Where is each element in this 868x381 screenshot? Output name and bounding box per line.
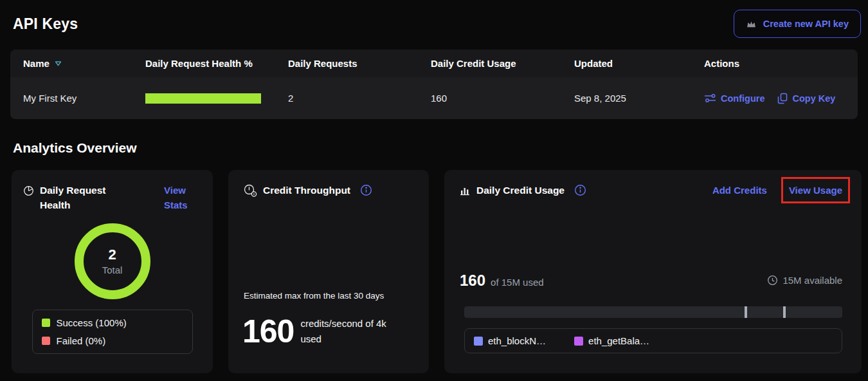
configure-label: Configure: [721, 93, 764, 104]
key-health-cell: [132, 93, 275, 104]
request-health-legend: Success (100%) Failed (0%): [32, 310, 193, 354]
credit-throughput-title: Credit Throughput: [263, 183, 350, 198]
legend-item-failed: Failed (0%): [42, 335, 183, 346]
credits-available-label: 15M available: [782, 275, 842, 286]
copy-key-button[interactable]: Copy Key: [777, 93, 835, 104]
analytics-overview-title: Analytics Overview: [13, 140, 137, 156]
eth-blocknumber-swatch: [474, 337, 483, 346]
failed-swatch: [42, 337, 50, 345]
view-usage-highlight-box: View Usage: [781, 177, 850, 203]
progress-bar-tick: [745, 306, 747, 318]
page-title: API Keys: [13, 15, 78, 33]
credit-throughput-card: Credit Throughput Estimated max from the…: [228, 170, 429, 373]
throughput-value: 160: [242, 313, 294, 350]
column-header-name-label: Name: [23, 58, 50, 69]
info-icon[interactable]: [360, 184, 372, 196]
view-stats-link[interactable]: View Stats: [164, 183, 201, 213]
key-daily-requests: 2: [275, 93, 418, 104]
daily-credit-usage-card: Daily Credit Usage Add Credits View Usag…: [444, 170, 862, 373]
header-bar: API Keys Create new API key: [13, 8, 861, 40]
create-api-key-label: Create new API key: [763, 19, 849, 29]
create-api-key-button[interactable]: Create new API key: [734, 10, 861, 38]
table-row: My First Key 2 160 Sep 8, 2025 Configure…: [10, 77, 858, 119]
key-name: My First Key: [10, 93, 132, 104]
daily-request-health-card: Daily Request Health View Stats 2 Total …: [12, 170, 213, 373]
key-updated: Sep 8, 2025: [561, 93, 691, 104]
throughput-subtitle: Estimated max from the last 30 days: [244, 291, 384, 301]
info-icon[interactable]: [574, 184, 586, 196]
bar-chart-icon: [460, 185, 471, 196]
donut-total-label: Total: [102, 265, 123, 275]
sliders-icon: [704, 93, 716, 103]
eth-getbalance-swatch: [574, 337, 583, 346]
crown-icon: [746, 19, 757, 29]
add-credits-link[interactable]: Add Credits: [712, 183, 767, 198]
daily-credit-usage-title: Daily Credit Usage: [476, 183, 565, 198]
key-actions-cell: Configure Copy Key: [691, 93, 858, 104]
donut-total-value: 2: [108, 246, 116, 263]
progress-bar-tick: [783, 306, 786, 318]
success-label: Success (100%): [57, 317, 127, 328]
analytics-cards: Daily Request Health View Stats 2 Total …: [12, 170, 862, 373]
column-header-actions: Actions: [691, 58, 858, 69]
key-daily-credit-usage: 160: [418, 93, 561, 104]
copy-key-label: Copy Key: [792, 93, 835, 104]
failed-label: Failed (0%): [57, 335, 106, 346]
legend-item-eth-getbalance: eth_getBala…: [574, 335, 649, 346]
clock-icon: [767, 275, 778, 286]
sort-chevron-down-icon[interactable]: [55, 60, 62, 66]
credit-usage-progress-bar: [464, 306, 842, 318]
configure-button[interactable]: Configure: [704, 93, 764, 104]
copy-icon: [777, 93, 788, 104]
health-bar: [145, 93, 261, 104]
eth-blocknumber-label: eth_blockN…: [488, 335, 546, 346]
credit-usage-legend: eth_blockN… eth_getBala…: [464, 328, 842, 353]
pie-chart-icon: [23, 185, 34, 196]
eth-getbalance-label: eth_getBala…: [588, 335, 649, 346]
credits-used-value: 160: [460, 272, 485, 290]
api-keys-table: Name Daily Request Health % Daily Reques…: [10, 50, 858, 119]
column-header-name[interactable]: Name: [10, 58, 132, 69]
credits-used-suffix: of 15M used: [491, 277, 544, 288]
column-header-health: Daily Request Health %: [132, 58, 275, 69]
column-header-updated: Updated: [561, 58, 691, 69]
column-header-requests: Daily Requests: [275, 58, 418, 69]
column-header-credit-usage: Daily Credit Usage: [418, 58, 561, 69]
legend-item-eth-blocknumber: eth_blockN…: [474, 335, 546, 346]
legend-item-success: Success (100%): [42, 317, 183, 328]
gauge-icon: [244, 184, 257, 197]
throughput-suffix: credits/second of 4k used: [300, 316, 402, 347]
daily-request-health-title: Daily Request Health: [40, 183, 116, 213]
view-usage-link[interactable]: View Usage: [789, 185, 842, 196]
request-health-donut-chart: 2 Total: [75, 223, 150, 299]
success-swatch: [42, 319, 50, 327]
table-header-row: Name Daily Request Health % Daily Reques…: [10, 50, 858, 77]
